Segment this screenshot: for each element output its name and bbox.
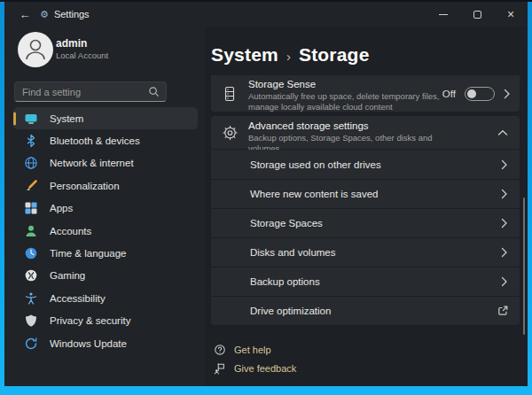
sidebar-item-label: Personalization [50,181,120,191]
gamepad-icon [24,268,38,283]
close-icon: × [507,8,514,20]
row-storage-spaces[interactable]: Storage Spaces [211,208,520,237]
avatar-person-icon [18,32,53,67]
search-input[interactable] [22,87,148,97]
storage-sense-row[interactable]: Storage Sense Automatically free up spac… [211,75,520,112]
row-label: Drive optimization [250,306,331,316]
maximize-icon [473,11,481,19]
maximize-button[interactable] [460,2,494,27]
main-content: System › Storage Storage Sense Automatic… [205,27,528,386]
sidebar-item-label: Gaming [50,270,85,281]
minimize-button[interactable] [426,2,460,27]
search-box[interactable] [14,81,167,102]
chevron-right-icon [501,159,508,170]
advanced-settings-list: Storage used on other drives Where new c… [211,150,520,325]
sidebar-item-windows-update[interactable]: Windows Update [13,332,198,354]
sidebar-nav: System Bluetooth & devices Network & int… [4,107,205,354]
breadcrumb: System › Storage [211,44,370,66]
close-button[interactable]: × [494,2,528,27]
minimize-icon [439,14,448,15]
row-label: Storage used on other drives [250,159,381,170]
footer-links: Get help Give feedback [211,340,296,377]
sidebar-item-apps[interactable]: Apps [13,198,198,220]
titlebar[interactable]: ← ⚙ Settings × [4,2,528,27]
sidebar-item-time-language[interactable]: Time & language [13,242,198,264]
help-icon [214,344,226,356]
row-backup-options[interactable]: Backup options [211,267,520,296]
get-help-label: Get help [234,345,271,355]
chevron-right-icon [501,218,508,228]
gear-icon [222,124,239,141]
toggle-state-label: Off [442,89,456,99]
brush-icon [24,179,38,193]
sidebar-item-privacy-security[interactable]: Privacy & security [13,310,198,332]
sidebar-item-label: Windows Update [50,338,127,349]
breadcrumb-parent[interactable]: System [211,44,278,66]
advanced-settings-title: Advanced storage settings [248,120,470,131]
sidebar-item-label: Bluetooth & devices [50,136,140,146]
row-label: Backup options [250,276,320,287]
row-drive-optimization[interactable]: Drive optimization [211,296,520,325]
get-help-link[interactable]: Get help [211,340,296,359]
sidebar-item-label: Privacy & security [50,315,130,326]
advanced-storage-settings-row[interactable]: Advanced storage settings Backup options… [211,116,520,149]
chevron-up-icon [497,129,508,136]
breadcrumb-separator: › [286,49,291,64]
shield-icon [24,314,38,328]
settings-window: ← ⚙ Settings × admin Local Account [4,2,528,386]
sidebar-item-system[interactable]: System [13,107,198,129]
give-feedback-label: Give feedback [234,363,296,374]
chevron-right-icon [501,276,508,287]
chevron-right-icon [504,89,511,99]
back-button[interactable]: ← [13,4,36,24]
row-storage-used-other-drives[interactable]: Storage used on other drives [211,150,520,179]
clock-icon [24,246,38,260]
row-where-new-content-saved[interactable]: Where new content is saved [211,179,520,208]
row-label: Disks and volumes [250,247,336,258]
sidebar-item-label: System [50,113,83,124]
sidebar-item-gaming[interactable]: Gaming [13,265,198,287]
sidebar-item-network-internet[interactable]: Network & internet [13,152,198,174]
sidebar-item-label: Accounts [50,226,91,236]
chevron-right-icon [501,247,508,258]
sidebar-item-personalization[interactable]: Personalization [13,174,198,197]
sidebar-item-label: Network & internet [50,158,134,168]
storage-sense-description: Automatically free up space, delete temp… [248,91,463,113]
selection-indicator [13,112,16,125]
storage-sense-title: Storage Sense [248,79,470,89]
row-label: Where new content is saved [250,189,378,199]
storage-sense-icon [222,86,238,102]
sidebar-item-label: Accessibility [50,293,106,304]
globe-icon [24,156,38,170]
external-link-icon [497,306,508,316]
sidebar-item-bluetooth-devices[interactable]: Bluetooth & devices [13,129,198,151]
search-icon [148,86,160,97]
bluetooth-icon [24,134,38,148]
display-icon [24,112,38,126]
sidebar-item-accessibility[interactable]: Accessibility [13,287,198,309]
give-feedback-link[interactable]: Give feedback [211,359,296,377]
scrollbar[interactable] [523,198,525,335]
feedback-icon [214,362,226,375]
row-label: Storage Spaces [250,218,323,228]
page-title: Storage [299,44,370,66]
chevron-right-icon [501,189,508,199]
update-icon [24,337,38,351]
person-icon [24,224,38,238]
user-name: admin [56,37,87,50]
toggle-knob [467,89,476,98]
app-title-label: Settings [54,9,90,19]
app-title: ⚙ Settings [40,2,90,27]
user-account-type: Local Account [56,50,108,60]
sidebar-item-accounts[interactable]: Accounts [13,220,198,242]
sidebar-item-label: Time & language [50,248,127,259]
sidebar: admin Local Account System Bluetooth & d… [4,27,205,386]
apps-icon [24,201,38,215]
row-disks-and-volumes[interactable]: Disks and volumes [211,237,520,267]
settings-app-icon: ⚙ [40,10,49,19]
sidebar-item-label: Apps [50,203,73,213]
storage-sense-toggle[interactable] [465,87,495,101]
avatar[interactable] [18,32,53,67]
accessibility-icon [24,291,38,306]
